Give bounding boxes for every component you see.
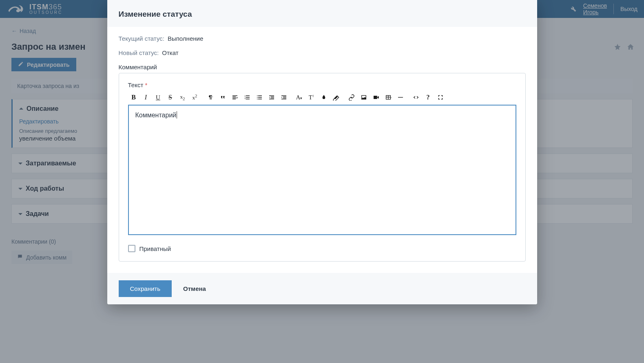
image-icon[interactable] — [358, 92, 370, 102]
current-status-row: Текущий статус: Выполнение — [119, 35, 526, 42]
unordered-list-icon[interactable] — [254, 92, 265, 102]
italic-icon[interactable]: I — [140, 92, 152, 102]
new-status-row: Новый статус: Откат — [119, 49, 526, 56]
editor-toolbar: B I U S x2 x2 A▾ T↕ — [128, 91, 516, 105]
new-status-label: Новый статус: — [119, 49, 159, 56]
fullscreen-icon[interactable] — [435, 92, 446, 102]
comment-section-title: Комментарий — [119, 64, 526, 70]
font-color-icon[interactable]: A▾ — [294, 92, 305, 102]
outdent-icon[interactable] — [266, 92, 277, 102]
table-icon[interactable] — [383, 92, 394, 102]
current-status-value: Выполнение — [168, 35, 203, 42]
editor-label: Текст * — [128, 81, 516, 88]
superscript-icon[interactable]: x2 — [189, 92, 201, 102]
modal-overlay: Изменение статуса Текущий статус: Выполн… — [0, 0, 644, 363]
private-checkbox-row[interactable]: Приватный — [128, 245, 516, 252]
bold-icon[interactable]: B — [128, 92, 139, 102]
font-size-icon[interactable]: T↕ — [306, 92, 317, 102]
underline-icon[interactable]: U — [153, 92, 164, 102]
horizontal-rule-icon[interactable] — [395, 92, 406, 102]
video-icon[interactable] — [370, 92, 382, 102]
strikethrough-icon[interactable]: S — [165, 92, 176, 102]
modal-title: Изменение статуса — [107, 0, 537, 27]
code-view-icon[interactable] — [410, 92, 422, 102]
subscript-icon[interactable]: x2 — [177, 92, 188, 102]
quote-icon[interactable] — [217, 92, 228, 102]
indent-icon[interactable] — [278, 92, 290, 102]
clear-format-icon[interactable] — [330, 92, 342, 102]
current-status-label: Текущий статус: — [119, 35, 164, 42]
help-icon[interactable]: ? — [423, 92, 434, 102]
modal-footer: Сохранить Отмена — [107, 273, 537, 304]
comment-textarea[interactable]: Комментарий — [128, 105, 516, 235]
save-button[interactable]: Сохранить — [119, 280, 172, 297]
private-label: Приватный — [139, 245, 171, 252]
highlight-icon[interactable] — [318, 92, 330, 102]
ordered-list-icon[interactable] — [241, 92, 253, 102]
required-asterisk: * — [145, 81, 147, 88]
new-status-value: Откат — [162, 49, 178, 56]
align-icon[interactable] — [229, 92, 241, 102]
link-icon[interactable] — [346, 92, 357, 102]
status-change-modal: Изменение статуса Текущий статус: Выполн… — [107, 0, 537, 304]
cancel-button[interactable]: Отмена — [183, 285, 206, 292]
editor-content: Комментарий — [135, 112, 177, 119]
paragraph-icon[interactable] — [205, 92, 216, 102]
comment-fieldset: Текст * B I U S x2 x2 A — [119, 73, 526, 262]
checkbox-icon[interactable] — [128, 245, 135, 252]
